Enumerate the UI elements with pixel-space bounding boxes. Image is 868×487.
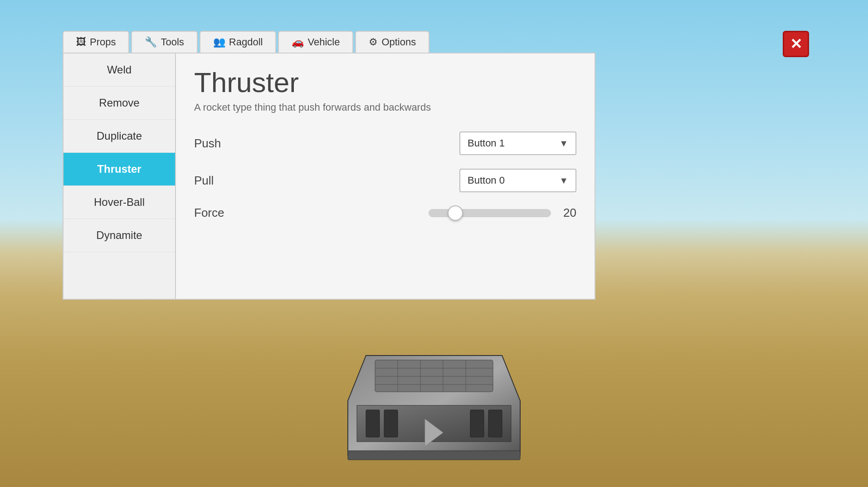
pull-control-row: Pull Button 0 ▼ bbox=[194, 169, 576, 192]
force-slider-value: 20 bbox=[558, 206, 576, 220]
sidebar-item-hover-ball-label: Hover-Ball bbox=[94, 196, 145, 209]
force-slider-thumb[interactable] bbox=[448, 205, 463, 221]
force-slider-container: 20 bbox=[429, 206, 576, 220]
sidebar-item-weld-label: Weld bbox=[107, 63, 132, 76]
nav-bar: 🖼 Props 🔧 Tools 👥 Ragdoll 🚗 Vehicle ⚙ Op… bbox=[63, 31, 595, 53]
svg-rect-15 bbox=[348, 451, 520, 460]
props-icon: 🖼 bbox=[76, 36, 86, 48]
force-slider[interactable] bbox=[429, 209, 551, 217]
sidebar-item-dynamite[interactable]: Dynamite bbox=[63, 219, 175, 252]
sidebar: Weld Remove Duplicate Thruster Hover-Bal… bbox=[63, 54, 176, 299]
tab-options-label: Options bbox=[381, 36, 416, 48]
pull-dropdown-arrow-icon: ▼ bbox=[559, 175, 568, 186]
close-button[interactable]: ✕ bbox=[783, 31, 809, 57]
tools-icon: 🔧 bbox=[145, 36, 157, 48]
tab-props-label: Props bbox=[90, 36, 116, 48]
push-label: Push bbox=[194, 136, 249, 151]
sidebar-item-dynamite-label: Dynamite bbox=[96, 229, 142, 242]
sidebar-item-duplicate-label: Duplicate bbox=[97, 130, 142, 142]
tab-ragdoll[interactable]: 👥 Ragdoll bbox=[200, 31, 277, 53]
content-area: Weld Remove Duplicate Thruster Hover-Bal… bbox=[63, 53, 595, 300]
tab-tools[interactable]: 🔧 Tools bbox=[131, 31, 197, 53]
sidebar-item-hover-ball[interactable]: Hover-Ball bbox=[63, 186, 175, 219]
force-label: Force bbox=[194, 206, 249, 220]
force-control-row: Force 20 bbox=[194, 206, 576, 220]
close-icon: ✕ bbox=[790, 37, 802, 51]
sidebar-item-remove-label: Remove bbox=[99, 97, 139, 109]
push-dropdown-arrow-icon: ▼ bbox=[559, 138, 568, 149]
thruster-svg bbox=[330, 319, 538, 487]
push-dropdown[interactable]: Button 1 ▼ bbox=[459, 131, 576, 155]
pull-label: Pull bbox=[194, 174, 249, 188]
main-content: Thruster A rocket type thing that push f… bbox=[176, 54, 595, 299]
panel-description: A rocket type thing that push forwards a… bbox=[194, 102, 576, 113]
pull-dropdown-value: Button 0 bbox=[468, 175, 505, 186]
svg-rect-12 bbox=[470, 410, 484, 437]
sidebar-item-remove[interactable]: Remove bbox=[63, 87, 175, 120]
sidebar-item-thruster[interactable]: Thruster bbox=[63, 153, 175, 186]
push-control-row: Push Button 1 ▼ bbox=[194, 131, 576, 155]
options-icon: ⚙ bbox=[369, 36, 378, 48]
pull-dropdown[interactable]: Button 0 ▼ bbox=[459, 169, 576, 192]
tab-vehicle-label: Vehicle bbox=[307, 36, 340, 48]
push-dropdown-value: Button 1 bbox=[468, 137, 505, 149]
panel-title: Thruster bbox=[194, 67, 576, 98]
svg-rect-11 bbox=[384, 410, 398, 437]
svg-rect-13 bbox=[488, 410, 502, 437]
sidebar-item-duplicate[interactable]: Duplicate bbox=[63, 120, 175, 153]
tab-options[interactable]: ⚙ Options bbox=[355, 31, 429, 53]
ragdoll-icon: 👥 bbox=[213, 36, 225, 48]
svg-rect-1 bbox=[375, 360, 493, 392]
vehicle-icon: 🚗 bbox=[292, 36, 304, 48]
svg-rect-10 bbox=[366, 410, 380, 437]
thruster-object bbox=[330, 319, 538, 487]
tab-vehicle[interactable]: 🚗 Vehicle bbox=[278, 31, 353, 53]
tab-tools-label: Tools bbox=[161, 36, 184, 48]
tab-props[interactable]: 🖼 Props bbox=[63, 31, 129, 53]
sidebar-item-weld[interactable]: Weld bbox=[63, 54, 175, 87]
ui-panel: 🖼 Props 🔧 Tools 👥 Ragdoll 🚗 Vehicle ⚙ Op… bbox=[63, 31, 595, 300]
sidebar-item-thruster-label: Thruster bbox=[97, 163, 141, 175]
tab-ragdoll-label: Ragdoll bbox=[229, 36, 263, 48]
